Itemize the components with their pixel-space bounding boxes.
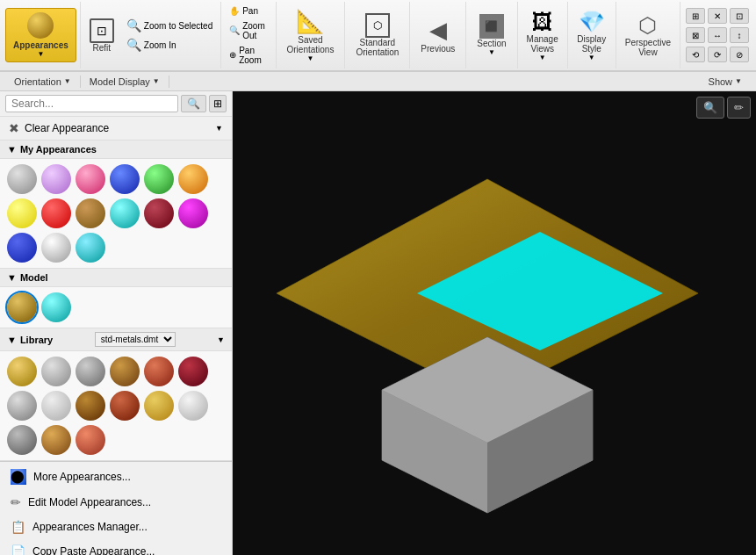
copy-paste-label: Copy Paste Appearance... [32, 545, 155, 555]
lib-chrome3[interactable] [7, 391, 37, 421]
ball-blue[interactable] [110, 164, 140, 194]
sub-bar-orientation[interactable]: Orientation ▼ [7, 75, 78, 89]
display-style-label: DisplayStyle [577, 34, 606, 54]
standard-orientation-button[interactable]: ⬡ StandardOrientation [349, 11, 406, 60]
pan-icon: ✋ [229, 6, 240, 16]
saved-orientations-button[interactable]: 📐 SavedOrientations ▼ [280, 5, 342, 65]
ball-magenta[interactable] [178, 198, 208, 228]
ball-green[interactable] [144, 164, 174, 194]
section-icon: ⬛ [479, 14, 504, 39]
right-icon-2[interactable]: ✕ [708, 8, 727, 24]
standard-orientation-label: StandardOrientation [356, 38, 399, 57]
right-icon-1[interactable]: ⊞ [686, 8, 705, 24]
edit-appearances-label: Edit Model Appearances... [28, 496, 151, 508]
lib-chrome5[interactable] [178, 391, 208, 421]
clear-appearance-btn[interactable]: ✖ Clear Appearance ▼ [0, 117, 232, 141]
zoom-in-button[interactable]: 🔍 Zoom In [122, 36, 217, 54]
lib-chrome4[interactable] [41, 391, 71, 421]
model-header[interactable]: ▼ Model [0, 269, 232, 287]
clear-appearance-arrow: ▼ [215, 124, 223, 133]
ball-darkblue[interactable] [7, 233, 37, 263]
lib-chrome6[interactable] [7, 425, 37, 455]
refit-icon: ⊡ [90, 18, 114, 43]
pan-zoom-button[interactable]: ⊕ Pan Zoom [225, 44, 271, 67]
viewport-edit-btn[interactable]: ✏ [727, 97, 751, 119]
ribbon-group-pan: ✋ Pan 🔍 Zoom Out ⊕ Pan Zoom [221, 2, 276, 68]
viewport-zoom-btn[interactable]: 🔍 [696, 97, 724, 119]
lib-gold1[interactable] [7, 357, 37, 386]
zoom-to-selected-button[interactable]: 🔍 Zoom to Selected [122, 17, 217, 34]
ball-gold-model[interactable] [7, 292, 37, 322]
display-style-icon: 💎 [579, 10, 605, 34]
more-appearances-btn[interactable]: ⬤ More Appearances... [0, 464, 232, 490]
library-grid [0, 351, 232, 461]
ribbon-group-section: ⬛ Section ▼ [466, 2, 517, 68]
edit-model-appearances-btn[interactable]: ✏ Edit Model Appearances... [0, 490, 232, 515]
section-button[interactable]: ⬛ Section ▼ [470, 11, 513, 59]
right-icon-9[interactable]: ⊘ [730, 47, 749, 62]
ball-yellow[interactable] [7, 198, 37, 228]
my-appearances-header[interactable]: ▼ My Appearances [0, 141, 232, 159]
ball-cyan[interactable] [110, 198, 140, 228]
library-header: ▼ Library std-metals.dmt ▼ [0, 328, 232, 351]
sub-bar-show[interactable]: Show ▼ [702, 75, 749, 89]
ball-gray[interactable] [7, 164, 37, 194]
pan-zoom-label: Pan Zoom [239, 46, 267, 65]
model-display-label: Model Display [90, 76, 150, 87]
ball-silver[interactable] [41, 233, 71, 263]
perspective-button[interactable]: ⬡ PerspectiveView [620, 11, 676, 60]
appearances-manager-btn[interactable]: 📋 Appearances Manager... [0, 515, 232, 539]
ribbon-group-appearances: Appearances ▼ [2, 2, 81, 68]
lib-copper2[interactable] [110, 391, 140, 421]
lib-darkred2[interactable] [178, 357, 208, 386]
display-style-arrow: ▼ [588, 54, 595, 61]
lib-chrome1[interactable] [41, 357, 71, 386]
pan-button[interactable]: ✋ Pan [225, 4, 271, 18]
right-icon-7[interactable]: ⟲ [686, 47, 705, 62]
refit-button[interactable]: ⊡ Refit [84, 16, 119, 55]
manage-views-button[interactable]: 🖼 ManageViews ▼ [522, 7, 564, 64]
ball-lavender[interactable] [41, 164, 71, 194]
previous-button[interactable]: ◀ Previous [414, 14, 462, 56]
lib-bronze2[interactable] [76, 391, 105, 421]
ribbon-group-refit: ⊡ Refit 🔍 Zoom to Selected 🔍 Zoom In [81, 2, 221, 68]
lib-chrome2[interactable] [76, 357, 105, 386]
ribbon-group-saved-orientations: 📐 SavedOrientations ▼ [277, 2, 346, 68]
manage-views-arrow: ▼ [539, 54, 546, 61]
my-appearances-arrow: ▼ [7, 144, 17, 155]
sub-bar-model-display[interactable]: Model Display ▼ [83, 75, 167, 89]
search-button[interactable]: 🔍 [181, 95, 206, 112]
zoom-out-button[interactable]: 🔍 Zoom Out [225, 19, 271, 42]
grid-view-button[interactable]: ⊞ [209, 95, 227, 112]
appearances-button[interactable]: Appearances ▼ [5, 8, 76, 62]
viewport[interactable]: 🔍 ✏ [233, 91, 756, 555]
right-icon-5[interactable]: ↔ [708, 27, 727, 43]
lib-bronze3[interactable] [41, 425, 71, 455]
previous-icon: ◀ [429, 17, 447, 44]
ball-teal[interactable] [76, 233, 105, 263]
right-icon-6[interactable]: ↕ [730, 27, 749, 43]
right-icon-8[interactable]: ⟳ [708, 47, 727, 62]
ball-cyan-model[interactable] [41, 292, 71, 322]
ball-red[interactable] [41, 198, 71, 228]
lib-gold2[interactable] [144, 391, 174, 421]
library-file-select[interactable]: std-metals.dmt [95, 332, 176, 347]
right-icon-4[interactable]: ⊠ [686, 27, 705, 43]
saved-orientations-arrow: ▼ [307, 54, 314, 62]
ball-pink[interactable] [76, 164, 105, 194]
search-input[interactable] [5, 95, 178, 112]
ball-orange[interactable] [178, 164, 208, 194]
lib-copper3[interactable] [76, 425, 105, 455]
appearances-manager-label: Appearances Manager... [32, 521, 148, 533]
lib-copper[interactable] [144, 357, 174, 386]
saved-orientations-label: SavedOrientations [287, 35, 335, 54]
right-icon-3[interactable]: ⊡ [730, 8, 749, 24]
ball-darkred[interactable] [144, 198, 174, 228]
perspective-icon: ⬡ [638, 13, 657, 38]
display-style-button[interactable]: 💎 DisplayStyle ▼ [572, 7, 612, 64]
ball-brown[interactable] [76, 198, 105, 228]
copy-paste-appearance-btn[interactable]: 📄 Copy Paste Appearance... [0, 539, 232, 555]
library-header-toggle[interactable]: ▼ Library [7, 335, 53, 345]
lib-bronze[interactable] [110, 357, 140, 386]
edit-appearances-icon: ✏ [11, 495, 21, 509]
